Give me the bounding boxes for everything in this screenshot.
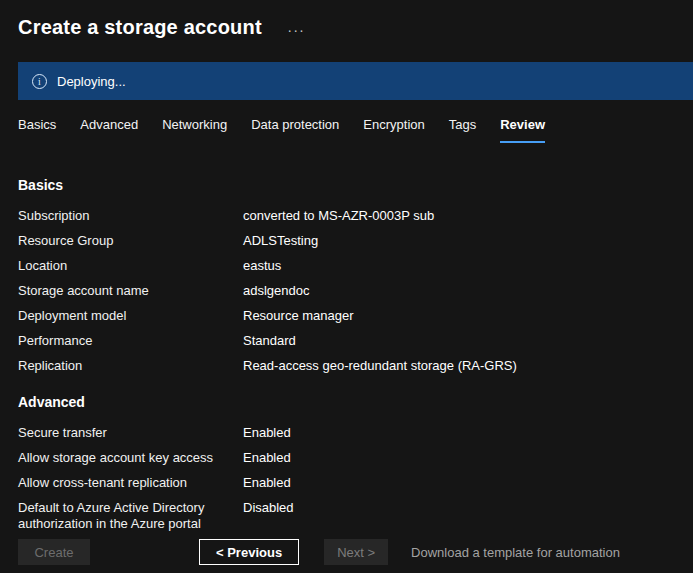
row-label: Deployment model bbox=[18, 308, 243, 324]
row-label: Default to Azure Active Directory author… bbox=[18, 500, 243, 531]
review-row-key-access: Allow storage account key access Enabled bbox=[18, 445, 675, 470]
create-button[interactable]: Create bbox=[18, 539, 90, 565]
review-row-deployment-model: Deployment model Resource manager bbox=[18, 303, 675, 328]
row-label: Secure transfer bbox=[18, 425, 243, 441]
page-header: Create a storage account ... bbox=[0, 0, 693, 44]
tab-encryption[interactable]: Encryption bbox=[363, 117, 424, 143]
row-value: Standard bbox=[243, 333, 296, 349]
review-row-default-aad: Default to Azure Active Directory author… bbox=[18, 495, 675, 531]
row-label: Storage account name bbox=[18, 283, 243, 299]
deploying-banner: i Deploying... bbox=[18, 62, 693, 100]
tab-bar: Basics Advanced Networking Data protecti… bbox=[0, 117, 693, 143]
review-row-replication: Replication Read-access geo-redundant st… bbox=[18, 353, 675, 378]
download-template-link[interactable]: Download a template for automation bbox=[411, 545, 620, 560]
create-storage-account-page: Create a storage account ... i Deploying… bbox=[0, 0, 693, 573]
row-value: ADLSTesting bbox=[243, 233, 318, 249]
row-value: Read-access geo-redundant storage (RA-GR… bbox=[243, 358, 517, 374]
more-options-button[interactable]: ... bbox=[288, 22, 306, 32]
tab-networking[interactable]: Networking bbox=[162, 117, 227, 143]
section-heading-advanced: Advanced bbox=[18, 394, 675, 410]
row-value: eastus bbox=[243, 258, 281, 274]
row-value: Disabled bbox=[243, 500, 294, 516]
review-row-location: Location eastus bbox=[18, 253, 675, 278]
row-label: Allow storage account key access bbox=[18, 450, 243, 466]
basics-rows: Subscription converted to MS-AZR-0003P s… bbox=[18, 203, 675, 378]
info-icon: i bbox=[32, 74, 47, 89]
tab-basics[interactable]: Basics bbox=[18, 117, 56, 143]
review-row-secure-transfer: Secure transfer Enabled bbox=[18, 420, 675, 445]
tab-advanced[interactable]: Advanced bbox=[80, 117, 138, 143]
next-button[interactable]: Next > bbox=[324, 539, 388, 565]
row-value: Enabled bbox=[243, 425, 291, 441]
row-value: converted to MS-AZR-0003P sub bbox=[243, 208, 434, 224]
review-row-subscription: Subscription converted to MS-AZR-0003P s… bbox=[18, 203, 675, 228]
review-row-performance: Performance Standard bbox=[18, 328, 675, 353]
row-value: Enabled bbox=[243, 450, 291, 466]
tab-review[interactable]: Review bbox=[500, 117, 545, 143]
row-label: Replication bbox=[18, 358, 243, 374]
previous-button[interactable]: < Previous bbox=[199, 539, 299, 565]
advanced-rows: Secure transfer Enabled Allow storage ac… bbox=[18, 420, 675, 531]
row-label: Subscription bbox=[18, 208, 243, 224]
section-heading-basics: Basics bbox=[18, 177, 675, 193]
page-title: Create a storage account bbox=[18, 16, 262, 39]
scrollable-content[interactable]: Create a storage account ... i Deploying… bbox=[0, 0, 693, 531]
review-row-storage-account-name: Storage account name adslgendoc bbox=[18, 278, 675, 303]
row-label: Location bbox=[18, 258, 243, 274]
row-value: Enabled bbox=[243, 475, 291, 491]
row-label: Allow cross-tenant replication bbox=[18, 475, 243, 491]
row-value: adslgendoc bbox=[243, 283, 310, 299]
review-row-cross-tenant-replication: Allow cross-tenant replication Enabled bbox=[18, 470, 675, 495]
footer-action-bar: Create < Previous Next > Download a temp… bbox=[0, 531, 693, 573]
review-row-resource-group: Resource Group ADLSTesting bbox=[18, 228, 675, 253]
row-label: Performance bbox=[18, 333, 243, 349]
row-value: Resource manager bbox=[243, 308, 354, 324]
review-content: Basics Subscription converted to MS-AZR-… bbox=[0, 177, 693, 531]
row-label-line1: Default to Azure Active Directory bbox=[18, 500, 243, 516]
row-label-line2: authorization in the Azure portal bbox=[18, 516, 243, 531]
tab-data-protection[interactable]: Data protection bbox=[251, 117, 339, 143]
row-label: Resource Group bbox=[18, 233, 243, 249]
deploying-banner-text: Deploying... bbox=[57, 74, 126, 89]
tab-tags[interactable]: Tags bbox=[449, 117, 476, 143]
